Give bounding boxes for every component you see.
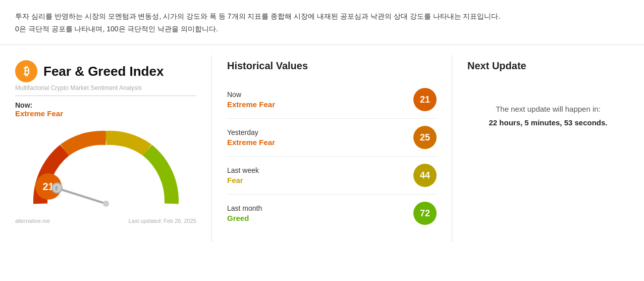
hist-period-yesterday: Yesterday [227, 128, 275, 136]
now-sentiment: Extreme Fear [15, 109, 196, 118]
next-update-prefix: The next update will happen in: [496, 105, 601, 113]
footer-source: alternative.me [15, 218, 50, 224]
hist-period-now: Now [227, 90, 275, 99]
hist-item-now: Now Extreme Fear 21 [227, 81, 437, 119]
hist-sentiment-lastweek: Fear [227, 176, 259, 184]
hist-item-lastweek: Last week Fear 44 [227, 157, 437, 195]
next-update-title: Next Update [467, 60, 629, 72]
gauge-container: 21 ₿ [25, 123, 187, 214]
hist-period-lastweek: Last week [227, 166, 259, 174]
svg-point-1 [103, 201, 109, 207]
hist-circle-yesterday: 25 [413, 126, 437, 149]
brand-divider [15, 96, 196, 96]
hist-labels-now: Now Extreme Fear [227, 90, 275, 109]
brand-subtitle: Multifactorial Crypto Market Sentiment A… [15, 84, 196, 91]
main-content: ₿ Fear & Greed Index Multifactorial Cryp… [0, 45, 644, 242]
bitcoin-icon: ₿ [15, 60, 37, 82]
historical-values-title: Historical Values [227, 60, 437, 72]
hist-sentiment-yesterday: Extreme Fear [227, 138, 275, 147]
middle-panel: Historical Values Now Extreme Fear 21 Ye… [212, 55, 452, 242]
description-line1: 투자 심리를 반영하는 시장의 모멘텀과 변동성, 시가의 강도와 폭 등 7개… [15, 10, 629, 23]
description-line2: 0은 극단적 공포를 나타내며, 100은 극단적인 낙관을 의미합니다. [15, 23, 629, 35]
brand-title: Fear & Greed Index [43, 64, 164, 79]
hist-labels-lastmonth: Last month Greed [227, 204, 262, 222]
left-panel: ₿ Fear & Greed Index Multifactorial Cryp… [0, 55, 212, 242]
footer-updated: Last updated: Feb 26, 2025 [128, 218, 196, 224]
now-label: Now: [15, 101, 196, 109]
left-footer: alternative.me Last updated: Feb 26, 202… [15, 218, 196, 224]
hist-circle-lastweek: 44 [413, 164, 437, 187]
hist-circle-lastmonth: 72 [413, 202, 437, 225]
hist-item-yesterday: Yesterday Extreme Fear 25 [227, 119, 437, 157]
hist-sentiment-lastmonth: Greed [227, 214, 262, 222]
brand-header: ₿ Fear & Greed Index [15, 60, 196, 82]
hist-item-lastmonth: Last month Greed 72 [227, 195, 437, 232]
gauge-svg [25, 123, 187, 214]
hist-period-lastmonth: Last month [227, 204, 262, 212]
next-update-content: The next update will happen in: 22 hours… [467, 102, 629, 129]
svg-line-0 [58, 189, 106, 204]
gauge-needle-bitcoin: ₿ [51, 182, 63, 194]
description-block: 투자 심리를 반영하는 시장의 모멘텀과 변동성, 시가의 강도와 폭 등 7개… [0, 0, 644, 45]
hist-sentiment-now: Extreme Fear [227, 100, 275, 109]
hist-labels-lastweek: Last week Fear [227, 166, 259, 184]
next-update-time: 22 hours, 5 minutes, 53 seconds. [489, 118, 607, 127]
hist-labels-yesterday: Yesterday Extreme Fear [227, 128, 275, 147]
right-panel: Next Update The next update will happen … [452, 55, 644, 242]
hist-circle-now: 21 [413, 88, 437, 111]
